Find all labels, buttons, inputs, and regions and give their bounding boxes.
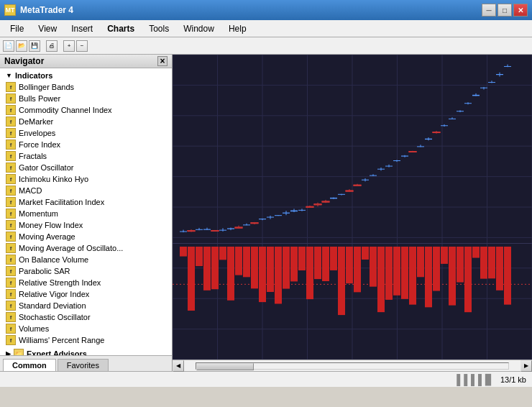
indicator-icon-4: f: [6, 128, 16, 138]
tab-common[interactable]: Common: [3, 359, 56, 371]
maximize-button[interactable]: □: [497, 4, 512, 17]
nav-items-list: fBollinger BandsfBulls PowerfCommodity C…: [3, 81, 169, 346]
nav-item-18[interactable]: fRelative Vigor Index: [3, 288, 169, 300]
indicator-icon-14: f: [6, 243, 16, 253]
chart-status-icon: ▌▌▌▌▊: [457, 374, 493, 385]
indicator-icon-21: f: [6, 324, 16, 334]
indicator-icon-19: f: [6, 301, 16, 311]
nav-item-16[interactable]: fParabolic SAR: [3, 265, 169, 277]
expand-ea-icon: ▶: [6, 350, 11, 355]
chart-wrapper: ◀ ▶: [173, 55, 532, 371]
scrollbar-thumb[interactable]: [196, 363, 254, 370]
nav-item-19[interactable]: fStandard Deviation: [3, 300, 169, 311]
main-area: Navigator × ▼ Indicators fBollinger Band…: [0, 55, 532, 371]
menu-file[interactable]: File: [3, 22, 31, 35]
close-button[interactable]: ✕: [513, 4, 528, 17]
indicator-icon-12: f: [6, 220, 16, 230]
toolbar-btn-6[interactable]: −: [76, 40, 88, 52]
expert-advisors-header[interactable]: ▶ 📁 Expert Advisors: [0, 347, 172, 355]
menu-insert[interactable]: Insert: [64, 22, 100, 35]
nav-item-0[interactable]: fBollinger Bands: [3, 81, 169, 93]
menu-window[interactable]: Window: [176, 22, 221, 35]
nav-item-12[interactable]: fMoney Flow Index: [3, 219, 169, 231]
horizontal-scrollbar[interactable]: ◀ ▶: [173, 360, 532, 371]
indicator-icon-5: f: [6, 140, 16, 150]
nav-item-11[interactable]: fMomentum: [3, 208, 169, 219]
nav-item-14[interactable]: fMoving Average of Oscillato...: [3, 242, 169, 254]
menu-charts[interactable]: Charts: [100, 22, 142, 35]
nav-item-4[interactable]: fEnvelopes: [3, 127, 169, 139]
menu-bar: File View Insert Charts Tools Window Hel…: [0, 20, 532, 37]
toolbar-btn-5[interactable]: +: [63, 40, 75, 52]
scroll-left-btn[interactable]: ◀: [173, 360, 184, 372]
indicator-icon-11: f: [6, 209, 16, 219]
scroll-right-btn[interactable]: ▶: [520, 360, 532, 372]
indicator-icon-20: f: [6, 312, 16, 322]
nav-item-17[interactable]: fRelative Strength Index: [3, 277, 169, 288]
nav-item-8[interactable]: fIchimoku Kinko Hyo: [3, 173, 169, 185]
nav-item-7[interactable]: fGator Oscillator: [3, 162, 169, 173]
navigator-tabs: Common Favorites: [0, 355, 172, 371]
indicator-icon-0: f: [6, 82, 16, 92]
toolbar-btn-4[interactable]: 🖨: [46, 40, 58, 52]
menu-help[interactable]: Help: [221, 22, 254, 35]
expert-advisors-label: Expert Advisors: [27, 349, 87, 355]
status-info: 13/1 kb: [500, 375, 526, 384]
title-bar-text: MetaTrader 4: [20, 5, 482, 15]
tab-favorites[interactable]: Favorites: [58, 359, 109, 371]
nav-item-20[interactable]: fStochastic Oscillator: [3, 311, 169, 323]
scrollbar-track[interactable]: [196, 362, 509, 370]
indicator-icon-17: f: [6, 278, 16, 288]
status-bar: ▌▌▌▌▊ 13/1 kb: [0, 371, 532, 387]
nav-item-6[interactable]: fFractals: [3, 150, 169, 162]
indicators-label: Indicators: [15, 71, 53, 80]
indicator-icon-15: f: [6, 255, 16, 265]
navigator-close-button[interactable]: ×: [157, 56, 168, 66]
indicators-section-header[interactable]: ▼ Indicators: [3, 70, 169, 81]
nav-item-2[interactable]: fCommodity Channel Index: [3, 104, 169, 116]
minimize-button[interactable]: ─: [482, 4, 496, 17]
nav-item-10[interactable]: fMarket Facilitation Index: [3, 196, 169, 208]
indicator-icon-16: f: [6, 266, 16, 276]
toolbar-btn-3[interactable]: 💾: [29, 40, 40, 52]
nav-item-1[interactable]: fBulls Power: [3, 93, 169, 104]
indicator-icon-6: f: [6, 151, 16, 161]
nav-item-3[interactable]: fDeMarker: [3, 116, 169, 127]
nav-item-9[interactable]: fMACD: [3, 185, 169, 196]
nav-item-15[interactable]: fOn Balance Volume: [3, 254, 169, 265]
indicator-icon-7: f: [6, 163, 16, 173]
menu-view[interactable]: View: [31, 22, 64, 35]
chart-canvas[interactable]: [173, 55, 532, 360]
indicator-icon-13: f: [6, 232, 16, 242]
toolbar-btn-2[interactable]: 📂: [16, 40, 27, 52]
indicators-section: ▼ Indicators fBollinger BandsfBulls Powe…: [0, 68, 172, 347]
indicator-icon-8: f: [6, 174, 16, 184]
app-icon: MT: [4, 4, 16, 16]
expand-icon: ▼: [6, 72, 12, 79]
menu-tools[interactable]: Tools: [142, 22, 176, 35]
indicator-icon-3: f: [6, 116, 16, 127]
title-bar: MT MetaTrader 4 ─ □ ✕: [0, 0, 532, 20]
indicator-icon-1: f: [6, 93, 16, 104]
nav-item-13[interactable]: fMoving Average: [3, 231, 169, 242]
navigator-list[interactable]: ▼ Indicators fBollinger BandsfBulls Powe…: [0, 68, 172, 355]
nav-item-5[interactable]: fForce Index: [3, 139, 169, 150]
navigator-panel: Navigator × ▼ Indicators fBollinger Band…: [0, 55, 173, 371]
ea-folder-icon: 📁: [14, 349, 24, 355]
indicator-icon-22: f: [6, 335, 16, 345]
nav-item-22[interactable]: fWilliams' Percent Range: [3, 334, 169, 346]
nav-item-21[interactable]: fVolumes: [3, 323, 169, 334]
toolbar-btn-1[interactable]: 📄: [3, 40, 14, 52]
toolbar: 📄 📂 💾 🖨 + −: [0, 37, 532, 55]
title-bar-buttons: ─ □ ✕: [482, 4, 528, 17]
indicator-icon-9: f: [6, 186, 16, 196]
navigator-header: Navigator ×: [0, 55, 172, 68]
indicator-icon-10: f: [6, 197, 16, 207]
navigator-title: Navigator: [4, 56, 44, 66]
indicator-icon-18: f: [6, 289, 16, 299]
indicator-icon-2: f: [6, 105, 16, 115]
